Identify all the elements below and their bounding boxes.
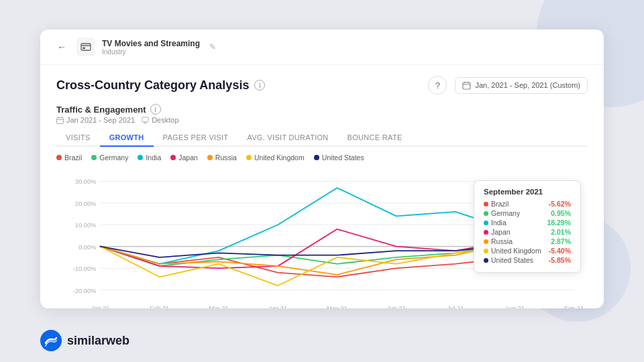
svg-rect-0	[81, 44, 91, 50]
similarweb-icon	[40, 330, 62, 351]
meta-date: Jan 2021 - Sep 2021	[56, 116, 135, 124]
svg-text:30.00%: 30.00%	[75, 179, 96, 186]
svg-text:Mar 21: Mar 21	[209, 305, 229, 308]
tooltip-entries: Brazil -5.62% Germany 0.95% India 18.29%…	[484, 200, 571, 264]
svg-text:10.00%: 10.00%	[75, 222, 96, 229]
svg-text:20.00%: 20.00%	[75, 200, 96, 207]
legend-dot	[170, 155, 176, 160]
legend-item-japan: Japan	[170, 154, 198, 162]
section-info-icon[interactable]: i	[150, 104, 161, 115]
tabs: VISITSGROWTHPAGES PER VISITAVG. VISIT DU…	[56, 129, 588, 147]
svg-text:Aug 21: Aug 21	[505, 305, 525, 308]
date-range-text: Jan, 2021 - Sep, 2021 (Custom)	[475, 81, 580, 89]
tooltip-value: 2.01%	[551, 228, 571, 236]
svg-text:May 21: May 21	[327, 305, 347, 308]
tooltip-dot	[484, 221, 488, 225]
tooltip-row: India 18.29%	[484, 219, 571, 227]
tooltip-value: -5.62%	[549, 200, 571, 208]
svg-rect-3	[57, 117, 64, 123]
tooltip-box: September 2021 Brazil -5.62% Germany 0.9…	[474, 180, 581, 273]
breadcrumb-title: TV Movies and Streaming	[102, 39, 200, 48]
page-title: Cross-Country Category Analysis i	[56, 78, 265, 93]
section-meta: Jan 2021 - Sep 2021 Desktop	[56, 116, 588, 124]
tooltip-dot	[484, 230, 488, 235]
tooltip-row: United States -5.85%	[484, 256, 571, 264]
desktop-icon	[142, 117, 149, 124]
tooltip-dot	[484, 258, 488, 263]
tab-pages-per-visit[interactable]: PAGES PER VISIT	[154, 129, 238, 147]
svg-rect-2	[463, 82, 470, 89]
legend-item-germany: Germany	[91, 154, 128, 162]
tooltip-country: Germany	[484, 209, 520, 217]
tooltip-value: 18.29%	[547, 219, 571, 227]
legend-item-united-states: United States	[314, 154, 364, 162]
tooltip-row: Japan 2.01%	[484, 228, 571, 236]
tab-avg.-visit-duration[interactable]: AVG. VISIT DURATION	[237, 129, 337, 147]
page-info-icon[interactable]: i	[254, 80, 265, 90]
breadcrumb-icon	[76, 38, 95, 56]
main-card: ← TV Movies and Streaming Industry ✎ Cro…	[40, 29, 604, 308]
legend-dot	[138, 155, 143, 160]
svg-rect-1	[83, 48, 85, 50]
svg-text:0.00%: 0.00%	[78, 244, 96, 251]
legend-dot	[246, 155, 252, 160]
tooltip-row: Russia 2.87%	[484, 237, 571, 245]
svg-text:Jan 21: Jan 21	[91, 305, 110, 308]
tab-growth[interactable]: GROWTH	[100, 129, 154, 147]
date-range-picker[interactable]: Jan, 2021 - Sep, 2021 (Custom)	[455, 77, 588, 94]
calendar-icon	[462, 81, 471, 90]
chart-legend: BrazilGermanyIndiaJapanRussiaUnited King…	[56, 154, 588, 162]
tooltip-country: Brazil	[484, 200, 508, 208]
legend-item-brazil: Brazil	[56, 154, 82, 162]
legend-item-united-kingdom: United Kingdom	[246, 154, 305, 162]
svg-text:-20.00%: -20.00%	[73, 288, 96, 294]
card-header: ← TV Movies and Streaming Industry ✎	[40, 29, 604, 65]
svg-text:Jun 21: Jun 21	[387, 305, 406, 308]
legend-dot	[207, 155, 213, 160]
svg-text:Jul 21: Jul 21	[447, 305, 464, 308]
tab-visits[interactable]: VISITS	[56, 129, 100, 147]
legend-dot	[56, 155, 62, 160]
tooltip-country: India	[484, 219, 506, 227]
meta-device: Desktop	[142, 116, 178, 124]
tooltip-row: United Kingdom -5.40%	[484, 247, 571, 255]
legend-item-india: India	[138, 154, 161, 162]
breadcrumb-sub: Industry	[102, 48, 200, 56]
tooltip-value: 2.87%	[551, 237, 571, 245]
page-title-row: Cross-Country Category Analysis i ? Jan,…	[56, 76, 588, 95]
chart-area: 30.00%20.00%10.00%0.00%-10.00%-20.00%Jan…	[63, 167, 588, 308]
tooltip-country: Japan	[484, 228, 511, 236]
card-body: Cross-Country Category Analysis i ? Jan,…	[40, 65, 604, 308]
tooltip-row: Brazil -5.62%	[484, 200, 571, 208]
breadcrumb-text: TV Movies and Streaming Industry	[102, 39, 200, 56]
calendar-small-icon	[56, 117, 64, 124]
back-button[interactable]: ←	[54, 39, 70, 55]
legend-item-russia: Russia	[207, 154, 237, 162]
svg-text:Feb 21: Feb 21	[150, 305, 169, 308]
tooltip-country: Russia	[484, 237, 513, 245]
svg-text:Sep 21: Sep 21	[564, 305, 584, 308]
legend-dot	[91, 155, 97, 160]
tooltip-country: United States	[484, 256, 533, 264]
similarweb-logo: similarweb	[40, 330, 129, 351]
svg-rect-4	[142, 117, 148, 121]
svg-text:-10.00%: -10.00%	[73, 265, 96, 272]
help-button[interactable]: ?	[428, 76, 447, 95]
page-title-text: Cross-Country Category Analysis	[56, 78, 249, 93]
tooltip-value: -5.40%	[549, 247, 571, 255]
legend-dot	[314, 155, 319, 160]
section-title: Traffic & Engagement i	[56, 104, 588, 115]
tooltip-row: Germany 0.95%	[484, 209, 571, 217]
header-right: ? Jan, 2021 - Sep, 2021 (Custom)	[428, 76, 588, 95]
section-header: Traffic & Engagement i Jan 2021 - Sep 20…	[56, 104, 588, 124]
tooltip-dot	[484, 202, 488, 206]
tooltip-dot	[484, 249, 488, 253]
tooltip-country: United Kingdom	[484, 247, 541, 255]
similarweb-text: similarweb	[67, 334, 129, 348]
section-title-text: Traffic & Engagement	[56, 105, 146, 115]
tooltip-dot	[484, 211, 488, 216]
tooltip-title: September 2021	[484, 188, 571, 196]
edit-icon[interactable]: ✎	[209, 42, 216, 52]
tooltip-value: 0.95%	[551, 209, 571, 217]
tab-bounce-rate[interactable]: BOUNCE RATE	[338, 129, 412, 147]
